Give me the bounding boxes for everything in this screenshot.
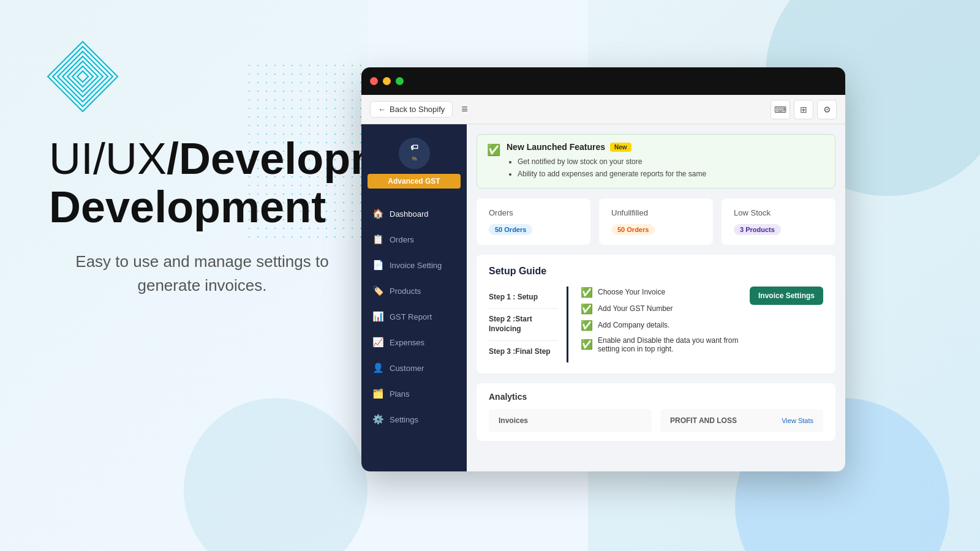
stat-card-unfullfilled: Unfullfilled50 Orders <box>599 198 713 245</box>
analytics-title: Analytics <box>489 392 823 402</box>
sidebar-item-gst-report[interactable]: 📊GST Report <box>361 304 467 329</box>
sidebar-item-orders[interactable]: 📋Orders <box>361 227 467 252</box>
hero-subtitle: Easy to use and manage settings to gener… <box>49 250 355 298</box>
sidebar-item-label: Dashboard <box>390 209 429 219</box>
sidebar-item-products[interactable]: 🏷️Products <box>361 278 467 304</box>
setup-steps: Step 1 : SetupStep 2 :Start InvoicingSte… <box>489 287 823 362</box>
stat-card-low-stock: Low Stock3 Products <box>722 198 835 245</box>
feature-bullet: Ability to add expenses and generate rep… <box>518 168 706 180</box>
gst-report-icon: 📊 <box>372 311 383 322</box>
svg-marker-3 <box>62 56 103 97</box>
grid-icon-button[interactable]: ⊞ <box>794 100 813 119</box>
stats-row: Orders50 OrdersUnfullfilled50 OrdersLow … <box>477 198 835 245</box>
analytics-card-profit-and-loss: PROFIT AND LOSSView Stats <box>660 409 823 432</box>
step-item-text: Add Your GST Number <box>598 304 673 313</box>
stat-label: Low Stock <box>734 208 823 217</box>
feature-banner: ✅ New Launched Features New Get notified… <box>477 134 835 189</box>
step-labels: Step 1 : SetupStep 2 :Start InvoicingSte… <box>489 287 568 362</box>
checkmark-icon: ✅ <box>581 320 593 331</box>
svg-text:🏷: 🏷 <box>410 143 418 152</box>
step-label-3: Step 3 :Final Step <box>489 341 558 363</box>
title-bar <box>361 67 845 95</box>
feature-bullet: Get notified by low stock on your store <box>518 156 706 168</box>
sidebar-item-plans[interactable]: 🗂️Plans <box>361 381 467 407</box>
minimize-dot[interactable] <box>383 77 391 85</box>
toolbar-icons: ⌨ ⊞ ⚙ <box>771 100 837 119</box>
sidebar-item-label: Orders <box>390 235 414 244</box>
maximize-dot[interactable] <box>396 77 404 85</box>
main-content[interactable]: ✅ New Launched Features New Get notified… <box>467 124 845 471</box>
diamond-logo <box>43 37 123 116</box>
step-content-row: ✅Choose Your Invoice✅Add Your GST Number… <box>581 287 823 353</box>
stat-badge: 50 Orders <box>611 224 655 235</box>
settings-icon-button[interactable]: ⚙ <box>817 100 837 119</box>
sidebar-item-expenses[interactable]: 📈Expenses <box>361 329 467 355</box>
step-item-text: Choose Your Invoice <box>598 288 665 296</box>
stat-card-orders: Orders50 Orders <box>477 198 590 245</box>
step-rows: ✅Choose Your Invoice✅Add Your GST Number… <box>581 287 823 353</box>
sidebar-item-invoice-setting[interactable]: 📄Invoice Setting <box>361 252 467 278</box>
products-icon: 🏷️ <box>372 285 383 296</box>
checkmark-icon: ✅ <box>581 339 593 350</box>
step-item: ✅Choose Your Invoice <box>581 287 750 298</box>
check-circle-icon: ✅ <box>487 143 500 157</box>
sidebar-item-label: GST Report <box>390 312 432 321</box>
step-content: ✅Choose Your Invoice✅Add Your GST Number… <box>568 287 823 362</box>
sidebar-brand: Advanced GST <box>368 174 461 189</box>
invoice-setting-icon: 📄 <box>372 260 383 271</box>
setup-guide-title: Setup Guide <box>489 266 823 277</box>
back-arrow-icon: ← <box>378 105 386 114</box>
close-dot[interactable] <box>370 77 378 85</box>
feature-banner-content: New Launched Features New Get notified b… <box>507 142 706 181</box>
view-stats-link[interactable]: View Stats <box>782 417 813 424</box>
toolbar: ← Back to Shopify ≡ ⌨ ⊞ ⚙ <box>361 95 845 124</box>
dashboard-icon: 🏠 <box>372 208 383 219</box>
sidebar-item-customer[interactable]: 👤Customer <box>361 355 467 381</box>
analytics-row: InvoicesPROFIT AND LOSSView Stats <box>489 409 823 432</box>
step-item: ✅Enable and Disable the data you want fr… <box>581 336 750 353</box>
sidebar-item-label: Invoice Setting <box>390 261 442 270</box>
sidebar-item-dashboard[interactable]: 🏠Dashboard <box>361 201 467 227</box>
orders-icon: 📋 <box>372 234 383 245</box>
expenses-icon: 📈 <box>372 337 383 348</box>
step-label-1: Step 1 : Setup <box>489 287 558 309</box>
customer-icon: 👤 <box>372 362 383 373</box>
step-item: ✅Add Your GST Number <box>581 303 750 315</box>
sidebar: 🏷 % Advanced GST 🏠Dashboard📋Orders📄Invoi… <box>361 124 467 471</box>
step-label-2: Step 2 :Start Invoicing <box>489 309 558 340</box>
analytics-card-title: PROFIT AND LOSS <box>670 416 737 425</box>
svg-text:%: % <box>412 156 417 162</box>
invoice-settings-button[interactable]: Invoice Settings <box>750 287 823 305</box>
checkmark-icon: ✅ <box>581 287 593 298</box>
sidebar-item-settings[interactable]: ⚙️Settings <box>361 407 467 432</box>
step-item-text: Add Company details. <box>598 321 669 329</box>
sidebar-item-label: Settings <box>390 415 418 424</box>
svg-marker-6 <box>77 71 88 82</box>
settings-icon: ⚙️ <box>372 414 383 425</box>
checkmark-icon: ✅ <box>581 303 593 315</box>
hamburger-button[interactable]: ≡ <box>459 100 470 118</box>
sidebar-item-label: Plans <box>390 389 410 399</box>
app-body: 🏷 % Advanced GST 🏠Dashboard📋Orders📄Invoi… <box>361 124 845 471</box>
sidebar-logo: 🏷 % Advanced GST <box>361 124 467 195</box>
feature-banner-list: Get notified by low stock on your storeA… <box>507 156 706 181</box>
hero-section: UI/UX/DevelopmentDevelopment Easy to use… <box>49 135 355 298</box>
stat-badge: 50 Orders <box>489 224 532 235</box>
keyboard-icon-button[interactable]: ⌨ <box>771 100 790 119</box>
analytics-card-title: Invoices <box>499 416 642 425</box>
stat-label: Unfullfilled <box>611 208 701 217</box>
new-badge: New <box>610 143 631 152</box>
back-to-shopify-button[interactable]: ← Back to Shopify <box>370 101 453 118</box>
plans-icon: 🗂️ <box>372 388 383 399</box>
sidebar-item-label: Products <box>390 287 421 296</box>
stat-label: Orders <box>489 208 578 217</box>
sidebar-nav: 🏠Dashboard📋Orders📄Invoice Setting🏷️Produ… <box>361 195 467 471</box>
sidebar-item-label: Customer <box>390 364 424 373</box>
stat-badge: 3 Products <box>734 224 781 235</box>
setup-guide: Setup Guide Step 1 : SetupStep 2 :Start … <box>477 255 835 373</box>
step-item: ✅Add Company details. <box>581 320 750 331</box>
hero-title: UI/UX/DevelopmentDevelopment <box>49 135 355 231</box>
step-item-text: Enable and Disable the data you want fro… <box>598 336 750 353</box>
app-window: ← Back to Shopify ≡ ⌨ ⊞ ⚙ 🏷 % Advanced G… <box>361 67 845 471</box>
banner-title: New Launched Features New <box>507 142 706 152</box>
